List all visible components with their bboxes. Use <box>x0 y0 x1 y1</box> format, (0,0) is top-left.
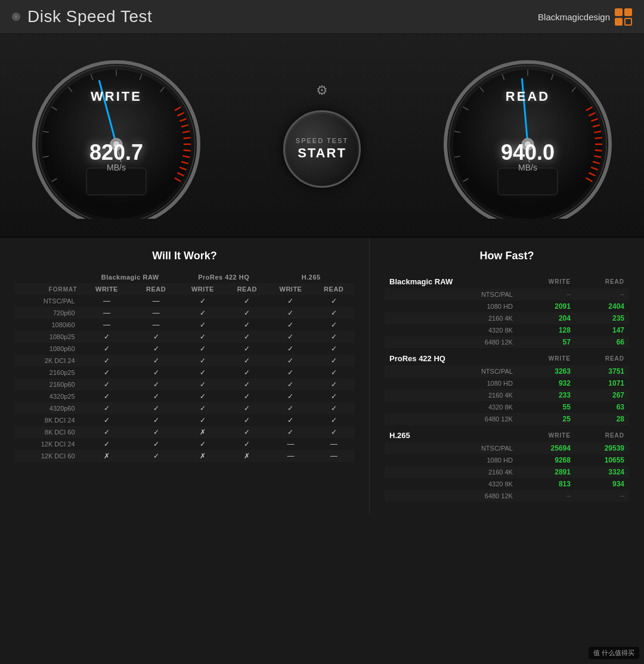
write-gauge-svg <box>24 52 209 219</box>
check-cell: ✓ <box>179 331 226 343</box>
speed-row-label: 6480 12K <box>385 413 518 425</box>
speed-write-value: 204 <box>518 312 575 324</box>
speed-row-label: 2160 4K <box>385 466 518 478</box>
speed-row-label: NTSC/PAL <box>385 288 518 300</box>
speed-row: 1080 HD926810655 <box>385 454 629 466</box>
speed-read-value: 63 <box>575 401 629 413</box>
start-label-small: SPEED TEST <box>296 137 348 144</box>
speed-row-label: 4320 8K <box>385 478 518 490</box>
check-cell: ✓ <box>226 307 268 319</box>
format-cell: NTSC/PAL <box>15 295 81 307</box>
h265-group-header: H.265 <box>268 271 354 283</box>
start-button[interactable]: SPEED TEST START <box>283 110 361 188</box>
speed-row: 2160 4K204235 <box>385 312 629 324</box>
check-cell: — <box>81 307 133 319</box>
center-controls: ⚙ SPEED TEST START <box>283 83 361 188</box>
speed-write-value: 9268 <box>518 454 575 466</box>
speed-write-value: 3263 <box>518 365 575 377</box>
speed-row-label: 2160 4K <box>385 389 518 401</box>
table-row: 720p60——✓✓✓✓ <box>15 307 354 319</box>
speed-row: 2160 4K233267 <box>385 389 629 401</box>
table-row: 1080i60——✓✓✓✓ <box>15 319 354 331</box>
speed-row-label: 4320 8K <box>385 401 518 413</box>
speed-write-value: 813 <box>518 478 575 490</box>
settings-button[interactable]: ⚙ <box>316 83 328 98</box>
format-cell: 12K DCI 60 <box>15 450 81 462</box>
check-cell: ✓ <box>132 390 179 402</box>
speed-write-value: 57 <box>518 336 575 348</box>
write-label: WRITE <box>91 89 142 104</box>
speed-row: 4320 8K813934 <box>385 478 629 490</box>
speed-row-label: 1080 HD <box>385 300 518 312</box>
svg-line-40 <box>595 138 602 138</box>
compatibility-table: Blackmagic RAW ProRes 422 HQ H.265 FORMA… <box>15 271 354 462</box>
check-cell: ✓ <box>132 450 179 462</box>
check-cell: ✓ <box>179 414 226 426</box>
check-cell: ✓ <box>132 331 179 343</box>
speed-write-value: 25694 <box>518 442 575 454</box>
check-cell: ✓ <box>268 355 314 367</box>
h265-write-header: WRITE <box>268 283 314 295</box>
read-col-header: READ <box>575 425 629 442</box>
speed-row: 6480 12K–– <box>385 490 629 502</box>
section-name: Blackmagic RAW <box>385 271 518 288</box>
check-cell: ✓ <box>179 367 226 378</box>
format-cell: 2160p60 <box>15 378 81 390</box>
check-cell: ✓ <box>132 355 179 367</box>
speed-write-value: – <box>518 288 575 300</box>
check-cell: ✓ <box>313 331 354 343</box>
brand-sq-2 <box>624 8 632 16</box>
start-label-big: START <box>298 145 346 161</box>
speed-read-value: 2404 <box>575 300 629 312</box>
speed-write-value: – <box>518 490 575 502</box>
speed-read-value: 3751 <box>575 365 629 377</box>
speed-row-label: 6480 12K <box>385 336 518 348</box>
check-cell: ✓ <box>226 378 268 390</box>
format-cell: 8K DCI 60 <box>15 426 81 438</box>
pro-write-header: WRITE <box>179 283 226 295</box>
brand-sq-4 <box>624 18 632 26</box>
check-cell: ✓ <box>81 426 133 438</box>
check-cell: ✓ <box>313 355 354 367</box>
check-cell: ✓ <box>226 426 268 438</box>
check-cell: ✓ <box>226 414 268 426</box>
speed-table-body: Blackmagic RAWWRITEREADNTSC/PAL––1080 HD… <box>385 271 629 502</box>
speed-read-value: – <box>575 490 629 502</box>
check-cell: ✓ <box>226 390 268 402</box>
speed-write-value: 2891 <box>518 466 575 478</box>
section-name: ProRes 422 HQ <box>385 348 518 365</box>
check-cell: ✓ <box>313 319 354 331</box>
brand-logo: Blackmagicdesign <box>538 8 632 26</box>
format-cell: 720p60 <box>15 307 81 319</box>
check-cell: ✓ <box>268 367 314 378</box>
write-col-header: WRITE <box>518 425 575 442</box>
braw-group-header: Blackmagic RAW <box>81 271 179 283</box>
check-cell: ✓ <box>132 438 179 450</box>
col-group-row: Blackmagic RAW ProRes 422 HQ H.265 <box>15 271 354 283</box>
close-button[interactable]: × <box>12 13 20 21</box>
check-cell: ✓ <box>313 414 354 426</box>
check-cell: ✓ <box>226 438 268 450</box>
speed-read-value: – <box>575 288 629 300</box>
check-cell: ✗ <box>226 450 268 462</box>
speed-row-label: 1080 HD <box>385 454 518 466</box>
speed-read-value: 147 <box>575 324 629 336</box>
table-row: 2160p60✓✓✓✓✓✓ <box>15 378 354 390</box>
check-cell: ✓ <box>313 390 354 402</box>
check-cell: ✓ <box>226 355 268 367</box>
right-panel: How Fast? Blackmagic RAWWRITEREADNTSC/PA… <box>370 238 644 514</box>
speed-row: 4320 8K5563 <box>385 401 629 413</box>
check-cell: — <box>268 450 314 462</box>
speed-write-value: 55 <box>518 401 575 413</box>
table-row: NTSC/PAL——✓✓✓✓ <box>15 295 354 307</box>
speed-row-label: NTSC/PAL <box>385 365 518 377</box>
speed-read-value: 934 <box>575 478 629 490</box>
h265-read-header: READ <box>313 283 354 295</box>
format-cell: 4320p25 <box>15 390 81 402</box>
speed-row: 4320 8K128147 <box>385 324 629 336</box>
speed-read-value: 3324 <box>575 466 629 478</box>
format-cell: 4320p60 <box>15 402 81 414</box>
check-cell: ✗ <box>179 426 226 438</box>
speed-row-label: 6480 12K <box>385 490 518 502</box>
check-cell: ✓ <box>226 343 268 355</box>
